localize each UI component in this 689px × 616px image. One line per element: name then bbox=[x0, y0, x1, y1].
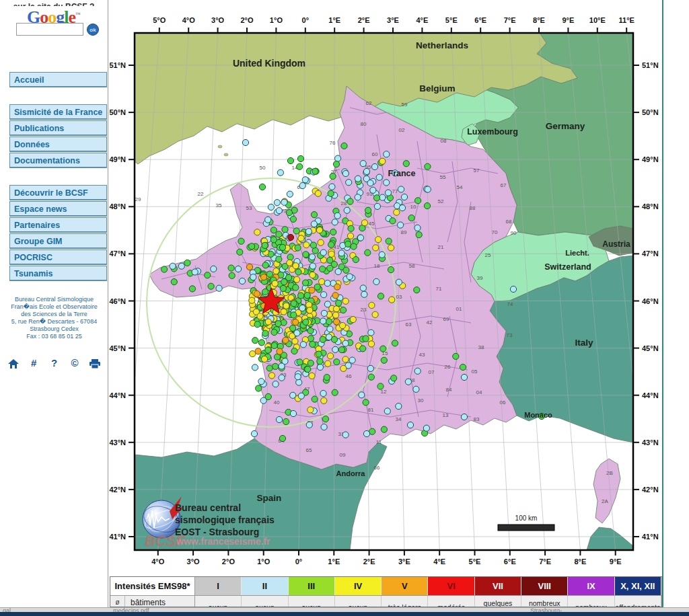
legend-effect: quelques effondrements bbox=[475, 596, 521, 607]
svg-text:83: 83 bbox=[474, 416, 480, 422]
svg-text:26: 26 bbox=[445, 364, 451, 370]
sidebar-item[interactable]: Accueil bbox=[9, 72, 107, 87]
country-label: Belgium bbox=[419, 83, 455, 93]
svg-text:39: 39 bbox=[477, 275, 483, 281]
sidebar-item[interactable]: Partenaires bbox=[9, 217, 107, 233]
svg-text:80: 80 bbox=[361, 121, 367, 127]
legend-class: V bbox=[382, 577, 428, 595]
svg-text:38: 38 bbox=[478, 344, 484, 350]
svg-text:65: 65 bbox=[306, 447, 312, 453]
legend-class: III bbox=[289, 577, 335, 595]
svg-text:5°E: 5°E bbox=[445, 16, 458, 24]
legend-effect: aucun bbox=[289, 596, 335, 607]
intensity-legend: Intensités EMS98* IIIIIIIVVVIVIIVIIIIXX,… bbox=[110, 576, 662, 607]
legend-class: I bbox=[195, 577, 242, 595]
sidebar-item[interactable]: Espace news bbox=[9, 201, 107, 217]
svg-text:34: 34 bbox=[396, 416, 402, 422]
country-label: United Kingdom bbox=[233, 58, 305, 69]
svg-text:48°N: 48°N bbox=[109, 202, 126, 210]
svg-text:30: 30 bbox=[418, 397, 424, 403]
svg-text:62: 62 bbox=[366, 100, 372, 106]
svg-text:0°: 0° bbox=[302, 16, 310, 24]
sidebar-item[interactable]: Sismicité de la France bbox=[9, 104, 107, 120]
svg-text:1°E: 1°E bbox=[328, 16, 340, 24]
svg-text:90: 90 bbox=[511, 230, 517, 236]
svg-text:3°O: 3°O bbox=[211, 16, 225, 24]
hash-icon[interactable]: # bbox=[27, 357, 40, 369]
svg-text:58: 58 bbox=[409, 263, 415, 269]
country-label: Netherlands bbox=[416, 40, 468, 50]
macroseismic-map: 6259800208766050142795617791285554576788… bbox=[108, 0, 689, 576]
svg-text:2A: 2A bbox=[602, 498, 608, 504]
sidebar-item[interactable]: POCRISC bbox=[9, 249, 107, 265]
country-label: Luxembourg bbox=[467, 127, 518, 137]
legend-row-icon: ø bbox=[110, 596, 125, 607]
svg-text:52: 52 bbox=[438, 198, 444, 204]
svg-text:43°N: 43°N bbox=[642, 438, 659, 447]
country-label: Monaco bbox=[524, 411, 552, 419]
svg-text:7°E: 7°E bbox=[504, 16, 516, 24]
svg-text:47°N: 47°N bbox=[109, 249, 126, 258]
sidebar-item[interactable]: Documentations bbox=[9, 153, 107, 168]
svg-text:Bureau central: Bureau central bbox=[175, 502, 241, 513]
sidebar-item[interactable]: Publications bbox=[9, 120, 107, 136]
country-label: France bbox=[388, 169, 416, 178]
legend-class: VII bbox=[475, 577, 521, 595]
svg-text:8°E: 8°E bbox=[574, 557, 586, 566]
content-right-border bbox=[662, 0, 663, 607]
svg-text:11: 11 bbox=[376, 439, 382, 445]
svg-text:51°N: 51°N bbox=[642, 61, 659, 69]
svg-text:45°N: 45°N bbox=[642, 344, 659, 352]
sidebar-item[interactable]: Données bbox=[9, 137, 107, 152]
sidebar-item[interactable]: Découvrir le BCSF bbox=[9, 185, 107, 200]
svg-text:43°N: 43°N bbox=[109, 438, 126, 447]
legend-effect: aucun bbox=[195, 596, 242, 607]
svg-text:3°E: 3°E bbox=[387, 16, 399, 24]
svg-text:41°N: 41°N bbox=[109, 533, 126, 541]
clipped-header-text: sur le site du BCSF ? bbox=[0, 0, 108, 6]
svg-text:63: 63 bbox=[406, 321, 412, 328]
search-input[interactable] bbox=[16, 23, 83, 36]
svg-text:46: 46 bbox=[346, 373, 352, 379]
sidebar-item[interactable]: Tsunamis bbox=[9, 266, 107, 281]
sidebar-item[interactable]: Groupe GIM bbox=[9, 233, 107, 249]
legend-effect: modérés bbox=[428, 596, 474, 607]
svg-text:04: 04 bbox=[476, 389, 482, 395]
svg-text:55: 55 bbox=[440, 174, 446, 180]
svg-text:35: 35 bbox=[216, 202, 222, 208]
legend-class: VIII bbox=[521, 577, 568, 595]
legend-class: II bbox=[242, 577, 288, 595]
svg-text:08: 08 bbox=[441, 138, 447, 144]
svg-text:66: 66 bbox=[374, 465, 380, 471]
svg-text:2°O: 2°O bbox=[222, 557, 235, 566]
svg-text:2°O: 2°O bbox=[240, 16, 254, 24]
help-icon[interactable]: ? bbox=[48, 357, 61, 369]
home-icon[interactable] bbox=[7, 357, 20, 369]
svg-text:67: 67 bbox=[501, 182, 507, 188]
svg-text:5°O: 5°O bbox=[153, 16, 166, 24]
svg-text:9°E: 9°E bbox=[610, 557, 622, 566]
svg-text:05: 05 bbox=[472, 369, 478, 375]
logo-url: www.franceseisme.fr bbox=[176, 536, 270, 547]
svg-text:22: 22 bbox=[198, 191, 204, 197]
svg-text:07: 07 bbox=[429, 369, 435, 375]
svg-text:18: 18 bbox=[374, 263, 380, 269]
copyright-icon[interactable]: © bbox=[68, 357, 81, 369]
svg-text:48°N: 48°N bbox=[642, 202, 659, 210]
legend-effect: très légers bbox=[382, 596, 428, 607]
svg-text:44°N: 44°N bbox=[109, 391, 126, 399]
country-label: Andorra bbox=[336, 469, 366, 477]
legend-effect: aucun bbox=[242, 596, 288, 607]
scale-bar-label: 100 km bbox=[515, 514, 538, 522]
svg-text:54: 54 bbox=[457, 184, 463, 190]
search-ok-button[interactable]: ok bbox=[87, 24, 99, 36]
svg-text:60: 60 bbox=[372, 151, 378, 157]
legend-class: IX bbox=[568, 577, 614, 595]
svg-text:44°N: 44°N bbox=[642, 391, 659, 399]
country-label: Germany bbox=[546, 121, 585, 131]
svg-text:50°N: 50°N bbox=[109, 108, 126, 116]
legend-class: X, XI, XII bbox=[615, 577, 661, 595]
svg-text:0°: 0° bbox=[295, 557, 303, 566]
print-icon[interactable] bbox=[88, 357, 102, 369]
svg-text:1°E: 1°E bbox=[328, 557, 340, 566]
